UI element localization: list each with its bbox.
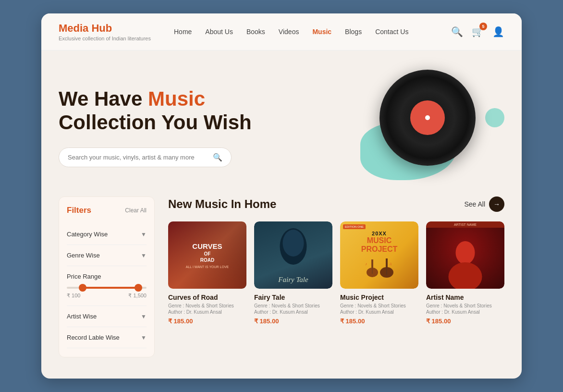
nav-books[interactable]: Books: [246, 28, 265, 36]
chevron-down-icon: ▼: [141, 313, 147, 320]
filter-artist-label: Artist Wise: [67, 313, 97, 320]
svg-text:♫: ♫: [389, 262, 392, 266]
see-all-label: See All: [464, 200, 485, 208]
filter-artist-wise[interactable]: Artist Wise ▼: [67, 306, 147, 327]
price-max-value: ₹ 1,500: [128, 293, 147, 299]
hero-title: We Have Music Collection You Wish: [59, 87, 341, 134]
products-grid: CURVESOFROAD ALL I WANT IS YOUR LOVE Cur…: [168, 221, 504, 325]
nav-blogs[interactable]: Blogs: [345, 28, 362, 36]
product-cover-1: CURVESOFROAD ALL I WANT IS YOUR LOVE: [168, 221, 246, 289]
product-price-4: ₹ 185.00: [426, 318, 504, 325]
cart-button[interactable]: 🛒 5: [472, 26, 484, 37]
product-name-2: Fairy Tale: [254, 294, 332, 301]
cover-image-artist: ARTIST NAME: [426, 221, 504, 289]
search-button[interactable]: 🔍: [451, 26, 463, 37]
filters-title: Filters: [67, 206, 91, 215]
nav-about[interactable]: About Us: [205, 28, 233, 36]
main-content: Filters Clear All Category Wise ▼ Genre …: [41, 196, 522, 375]
nav-videos[interactable]: Videos: [279, 28, 299, 36]
cover-image-music: EDITION ONE 20XX MUSICPROJECT: [340, 221, 418, 289]
product-card-1[interactable]: CURVESOFROAD ALL I WANT IS YOUR LOVE Cur…: [168, 221, 246, 325]
filter-category-label: Category Wise: [67, 231, 108, 238]
hero-search-bar[interactable]: 🔍: [59, 147, 232, 167]
price-slider-track[interactable]: [67, 287, 147, 289]
product-author-4: Author : Dr. Kusum Ansal: [426, 309, 504, 315]
fairy-tale-text: Fairy Tale: [278, 276, 308, 283]
product-card-3[interactable]: EDITION ONE 20XX MUSICPROJECT: [340, 221, 418, 325]
music-year: 20XX: [372, 231, 387, 236]
hero-section: We Have Music Collection You Wish 🔍: [41, 50, 522, 196]
product-cover-3: EDITION ONE 20XX MUSICPROJECT: [340, 221, 418, 289]
nav-contact[interactable]: Contact Us: [375, 28, 408, 36]
product-genre-1: Genre : Novels & Short Stories: [168, 303, 246, 308]
product-name-4: Artist Name: [426, 294, 504, 301]
main-window: Media Hub Exclusive collection of Indian…: [41, 13, 522, 379]
product-genre-3: Genre : Novels & Short Stories: [340, 303, 418, 308]
product-author-2: Author : Dr. Kusum Ansal: [254, 309, 332, 315]
product-section: New Music In Home See All → CURVESOFROA: [168, 196, 504, 357]
nav-home[interactable]: Home: [174, 28, 192, 36]
hero-title-part1: We Have: [59, 87, 148, 110]
vinyl-center: [425, 115, 430, 120]
product-genre-4: Genre : Novels & Short Stories: [426, 303, 504, 308]
cover-1-title: CURVESOFROAD: [186, 242, 229, 264]
artist-silhouette-svg: [426, 221, 504, 289]
filter-genre-wise[interactable]: Genre Wise ▼: [67, 245, 147, 266]
see-all-button[interactable]: See All →: [464, 196, 504, 212]
price-range-label: Price Range: [67, 273, 147, 280]
price-values: ₹ 100 ₹ 1,500: [67, 293, 147, 299]
product-author-3: Author : Dr. Kusum Ansal: [340, 309, 418, 315]
section-header: New Music In Home See All →: [168, 196, 504, 212]
chevron-down-icon: ▼: [141, 334, 147, 341]
filter-genre-label: Genre Wise: [67, 252, 100, 259]
price-range-filter: Price Range ₹ 100 ₹ 1,500: [67, 266, 147, 306]
price-slider-fill: [83, 287, 138, 289]
hero-text: We Have Music Collection You Wish 🔍: [59, 87, 341, 167]
filter-category-wise[interactable]: Category Wise ▼: [67, 224, 147, 245]
nav-music[interactable]: Music: [312, 28, 331, 36]
product-cover-2: Fairy Tale: [254, 221, 332, 289]
search-input[interactable]: [68, 154, 213, 161]
product-card-4[interactable]: ARTIST NAME Artist Name Genre : Novels &…: [426, 221, 504, 325]
svg-point-1: [283, 230, 304, 257]
filter-record-label: Record Lable Wise: [67, 334, 120, 341]
vinyl-disc: [379, 70, 476, 166]
chevron-down-icon: ▼: [141, 252, 147, 259]
account-button[interactable]: 👤: [492, 26, 504, 37]
price-slider-min-thumb[interactable]: [79, 284, 86, 292]
product-price-3: ₹ 185.00: [340, 318, 418, 325]
see-all-arrow-icon: →: [489, 196, 504, 212]
brand-name: Media Hub: [59, 22, 151, 35]
vinyl-label: [410, 100, 445, 135]
logo: Media Hub Exclusive collection of Indian…: [59, 22, 151, 41]
header-actions: 🔍 🛒 5 👤: [451, 26, 504, 37]
product-cover-4: ARTIST NAME: [426, 221, 504, 289]
sidebar-header: Filters Clear All: [67, 206, 147, 215]
clear-all-button[interactable]: Clear All: [125, 207, 147, 214]
price-slider-max-thumb[interactable]: [135, 284, 142, 292]
hero-title-part2: Collection You Wish: [59, 111, 252, 134]
section-title: New Music In Home: [168, 197, 276, 211]
cover-image-curves: CURVESOFROAD ALL I WANT IS YOUR LOVE: [168, 221, 246, 289]
search-icon: 🔍: [213, 153, 222, 162]
svg-point-10: [456, 241, 475, 264]
cart-badge: 5: [479, 23, 487, 30]
cover-3-content: 20XX MUSICPROJECT ♪: [340, 221, 418, 289]
teal-dot-large: [485, 108, 504, 127]
product-card-2[interactable]: Fairy Tale Fairy Tale Genre : Novels & S…: [254, 221, 332, 325]
filter-record-label-wise[interactable]: Record Lable Wise ▼: [67, 327, 147, 348]
product-genre-2: Genre : Novels & Short Stories: [254, 303, 332, 308]
guitar-icon: ♪ ♫: [363, 256, 396, 280]
brand-tagline: Exclusive collection of Indian literatur…: [59, 36, 151, 41]
svg-point-11: [449, 262, 482, 289]
price-min-value: ₹ 100: [67, 293, 80, 299]
cover-1-subtitle: ALL I WANT IS YOUR LOVE: [186, 265, 229, 269]
product-name-1: Curves of Road: [168, 294, 246, 301]
music-project-title: MUSICPROJECT: [361, 236, 398, 253]
cover-image-fairy: Fairy Tale: [254, 221, 332, 289]
main-nav: Home About Us Books Videos Music Blogs C…: [174, 28, 451, 36]
svg-text:♪: ♪: [365, 262, 367, 266]
filters-sidebar: Filters Clear All Category Wise ▼ Genre …: [59, 196, 155, 357]
hero-visual: [341, 70, 504, 185]
product-author-1: Author : Dr. Kusum Ansal: [168, 309, 246, 315]
